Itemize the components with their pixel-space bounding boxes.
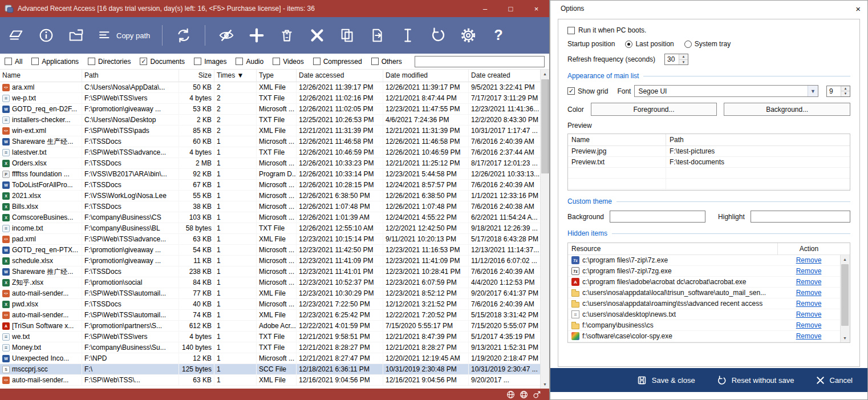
hidden-items-scrollbar[interactable]: ▲ ▼ <box>840 255 850 342</box>
table-row[interactable]: ≡we.txtF:\SP\Web\TSS\vers4 bytes1TXT Fil… <box>0 332 540 342</box>
filter-videos[interactable]: Videos <box>273 58 303 66</box>
table-row[interactable]: ≡latestver.txtF:\SP\Web\TSS\advance...4 … <box>0 147 540 158</box>
table-row[interactable]: WToDoListForAllPro...F:\TSSDocs67 KB1Mic… <box>0 180 540 191</box>
filter-documents[interactable]: Documents <box>140 58 185 66</box>
scroll-down-icon[interactable]: ▼ <box>541 380 549 389</box>
settings-gear-icon[interactable] <box>459 26 477 45</box>
table-row[interactable]: X2021.xlsxF:\VSS\WorkLog\Nosa.Lee55 KB1M… <box>0 191 540 201</box>
remove-link[interactable]: Remove <box>796 278 822 286</box>
run-boot-checkbox[interactable]: Run it when PC boots. <box>567 26 850 34</box>
column-header-name[interactable]: Name <box>0 70 82 82</box>
remove-link[interactable]: Remove <box>796 310 822 318</box>
save-close-button[interactable]: Save & close <box>637 375 695 385</box>
table-row[interactable]: XComscoreBusines...F:\company\Business\C… <box>0 212 540 223</box>
globe-icon[interactable] <box>520 390 528 399</box>
refresh-spinner[interactable]: 30 ▲▼ <box>664 54 688 65</box>
checkbox-icon[interactable] <box>567 27 575 34</box>
checkbox-icon[interactable] <box>31 58 39 65</box>
search-input[interactable] <box>415 56 545 67</box>
filter-applications[interactable]: Applications <box>31 58 79 66</box>
checkbox-icon[interactable] <box>313 58 321 65</box>
table-row[interactable]: ≡income.txtF:\company\Business\BL58 byte… <box>0 223 540 234</box>
spin-down-icon[interactable]: ▼ <box>841 91 850 96</box>
dialog-close-icon[interactable]: × <box>855 4 861 14</box>
show-grid-checkbox[interactable]: Show grid <box>567 87 608 95</box>
hide-item-icon[interactable] <box>217 26 236 45</box>
checkbox-icon[interactable] <box>567 87 575 95</box>
table-row[interactable]: <>auto-mail-sender...F:\SP\Web\TSS\autom… <box>0 310 540 321</box>
table-row[interactable]: WShareware 生产经...F:\TSSDocs60 KB1Microso… <box>0 136 540 147</box>
table-row[interactable]: Pfffftss foundation ...F:\VSS\VB2017\ARA… <box>0 169 540 180</box>
checkbox-icon[interactable] <box>371 58 379 65</box>
filter-all[interactable]: All <box>5 58 22 66</box>
foreground-button[interactable]: Foreground... <box>591 103 717 116</box>
table-row[interactable]: <>auto-mail-sender...F:\SP\Web\TSS\autom… <box>0 288 540 299</box>
scroll-up-icon[interactable]: ▲ <box>541 70 549 78</box>
radio-icon[interactable] <box>625 41 632 48</box>
refresh-icon[interactable] <box>175 26 193 45</box>
table-row[interactable]: XBills.xlsxF:\TSSDocs38 KB1Microsoft ...… <box>0 201 540 212</box>
column-header-modified[interactable]: Date modified <box>383 70 469 82</box>
remove-link[interactable]: Remove <box>796 300 822 308</box>
column-header-size[interactable]: Size <box>179 70 214 82</box>
cancel-button[interactable]: Cancel <box>816 376 853 385</box>
table-row[interactable]: WGOTD_req_en-PTX...F:\promotion\giveaway… <box>0 245 540 256</box>
radio-last-position[interactable]: Last position <box>625 40 674 48</box>
refresh-value[interactable]: 30 <box>665 54 679 64</box>
main-list-icon[interactable] <box>7 26 25 45</box>
checkbox-icon[interactable] <box>273 58 280 65</box>
column-header-created[interactable]: Date created <box>469 70 541 82</box>
remove-link[interactable]: Remove <box>796 332 822 340</box>
checkbox-icon[interactable] <box>140 58 147 65</box>
remove-link[interactable]: Remove <box>796 321 822 329</box>
chevron-down-icon[interactable]: ▼ <box>808 86 818 96</box>
table-row[interactable]: <>auto-mail-sender...F:\SP\Web\TSS\...63… <box>0 375 540 386</box>
filter-audio[interactable]: Audio <box>236 58 263 66</box>
radio-system-tray[interactable]: System tray <box>684 40 731 48</box>
checkbox-icon[interactable] <box>194 58 201 65</box>
copy-file-icon[interactable] <box>338 26 356 45</box>
export-file-icon[interactable] <box>368 26 387 45</box>
checkbox-icon[interactable] <box>5 58 12 65</box>
recycle-bin-icon[interactable] <box>278 26 296 45</box>
table-row[interactable]: WGOTD_req_en-D2F...F:\promotion\giveaway… <box>0 104 540 115</box>
checkbox-icon[interactable] <box>88 58 95 65</box>
add-item-icon[interactable] <box>248 26 266 45</box>
info-icon[interactable] <box>37 26 55 45</box>
column-header-times[interactable]: Times ▼ <box>214 70 257 82</box>
table-row[interactable]: XOrders.xlsxF:\TSSDocs2 MB1Microsoft ...… <box>0 158 540 169</box>
table-row[interactable]: ≡installers-checker...C:\Users\Nosa\Desk… <box>0 115 540 126</box>
font-select[interactable]: Segoe UI ▼ <box>634 85 818 97</box>
profile-icon[interactable] <box>533 390 541 399</box>
table-row[interactable]: Xschedule.xlsxF:\promotion\giveaway ...1… <box>0 256 540 266</box>
table-row[interactable]: WUnexpected Inco...F:\NPD12 KB1Microsoft… <box>0 353 540 364</box>
close-button[interactable]: × <box>524 0 549 17</box>
reset-button[interactable]: Reset without save <box>717 375 794 385</box>
undo-icon[interactable] <box>429 26 447 45</box>
column-header-accessed[interactable]: Date accessed <box>297 70 383 82</box>
checkbox-icon[interactable] <box>236 58 243 65</box>
spin-up-icon[interactable]: ▲ <box>841 86 850 92</box>
filter-images[interactable]: Images <box>194 58 226 66</box>
table-row[interactable]: <>ara.xmlC:\Users\Nosa\AppData\...50 KB2… <box>0 82 540 93</box>
font-size-spinner[interactable]: 9 ▲▼ <box>826 86 850 97</box>
filter-others[interactable]: Others <box>371 58 402 66</box>
minimize-button[interactable]: – <box>472 0 498 17</box>
theme-background-input[interactable] <box>610 211 705 223</box>
column-header-type[interactable]: Type <box>257 70 297 82</box>
radio-icon[interactable] <box>684 41 692 48</box>
remove-link[interactable]: Remove <box>796 267 822 275</box>
folder-export-icon[interactable] <box>67 26 86 45</box>
scroll-thumb[interactable] <box>541 79 549 173</box>
table-row[interactable]: XZ知乎.xlsxF:\promotion\social84 KB1Micros… <box>0 277 540 288</box>
scroll-down-icon[interactable]: ▼ <box>841 334 849 342</box>
rename-ibeam-icon[interactable] <box>399 26 417 45</box>
scroll-thumb[interactable] <box>841 264 849 326</box>
font-size-value[interactable]: 9 <box>827 86 841 96</box>
spin-up-icon[interactable]: ▲ <box>679 54 688 60</box>
filter-directories[interactable]: Directories <box>88 58 131 66</box>
delete-item-icon[interactable] <box>308 26 326 45</box>
scroll-up-icon[interactable]: ▲ <box>841 255 849 264</box>
table-scrollbar[interactable]: ▲ ▼ <box>540 70 549 389</box>
web-icon[interactable] <box>506 390 515 399</box>
